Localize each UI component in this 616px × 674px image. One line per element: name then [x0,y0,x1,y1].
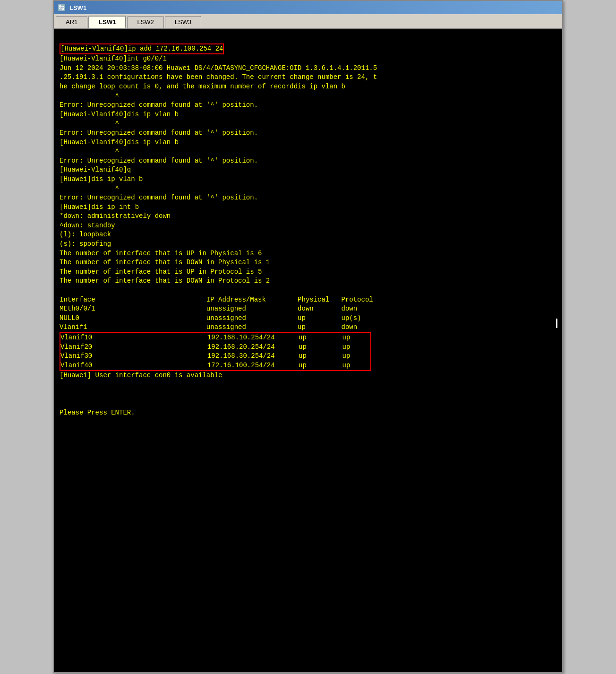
please-press-enter: Please Press ENTER. [60,409,135,416]
tab-bar: AR1 LSW1 LSW2 LSW3 [54,14,562,29]
table-row-vlanif1: Vlanif1 unassigned up down [60,323,556,332]
terminal-line: ^down: standby [60,222,115,229]
terminal-line: [Huawei-Vlanif40]dis ip vlan b [60,111,179,118]
terminal-error-line: Error: Unrecognized command found at '^'… [60,194,258,201]
tab-lsw2[interactable]: LSW2 [127,16,163,28]
terminal-line: [Huawei-Vlanif40]int g0/0/1 [60,55,167,62]
terminal-line: The number of interface that is DOWN in … [60,259,270,266]
terminal-line: The number of interface that is UP in Pr… [60,268,262,276]
table-row-null0: NULL0 unassigned up up(s) [60,314,556,323]
tab-lsw3[interactable]: LSW3 [165,16,201,28]
terminal-line: (s): spoofing [60,240,111,248]
terminal-line: ^ [60,147,119,155]
terminal-line: [Huawei]dis ip vlan b [60,175,143,183]
terminal-line: .25.191.3.1 configurations have been cha… [60,73,377,81]
terminal-line: ^ [60,92,119,100]
table-header: Interface IP Address/Mask Physical Proto… [60,295,556,305]
table-row-meth: MEth0/0/1 unassigned down down [60,304,556,314]
text-cursor [556,319,557,328]
terminal-line: Jun 12 2024 20:03:38-08:00 Huawei DS/4/D… [60,64,377,72]
terminal-error-line: Error: Unrecognized command found at '^'… [60,101,258,109]
terminal-line: ^ [60,185,119,192]
window-title: LSW1 [69,4,86,11]
title-bar: 🔄 LSW1 [54,1,562,14]
terminal-line: [Huawei-Vlanif40]dis ip vlan b [60,138,179,146]
highlighted-table-rows: Vlanif10 192.168.10.254/24 up up Vlanif2… [60,332,371,371]
terminal-line: ^ [60,120,119,127]
terminal-line: [Huawei]dis ip int b [60,203,139,211]
window-icon: 🔄 [58,4,66,11]
highlighted-command: [Huawei-Vlanif40]ip add 172.16.100.254 2… [60,43,224,55]
terminal-error-line: Error: Unrecognized command found at '^'… [60,129,258,137]
terminal-line: [Huawei-Vlanif40]q [60,166,131,173]
tab-lsw1[interactable]: LSW1 [88,16,126,28]
tab-ar1[interactable]: AR1 [56,16,87,28]
terminal-line: he change loop count is 0, and the maxim… [60,83,345,90]
terminal-error-line: Error: Unrecognized command found at '^'… [60,157,258,164]
main-window: 🔄 LSW1 AR1 LSW1 LSW2 LSW3 [Huawei-Vlanif… [53,0,563,673]
terminal-line: (l): loopback [60,231,111,238]
terminal-line: *down: administratively down [60,212,171,220]
terminal-line: The number of interface that is DOWN in … [60,277,270,285]
terminal-line: The number of interface that is UP in Ph… [60,250,262,257]
terminal-output[interactable]: [Huawei-Vlanif40]ip add 172.16.100.254 2… [54,29,562,672]
terminal-line: [Huawei] User interface con0 is availabl… [60,372,222,379]
